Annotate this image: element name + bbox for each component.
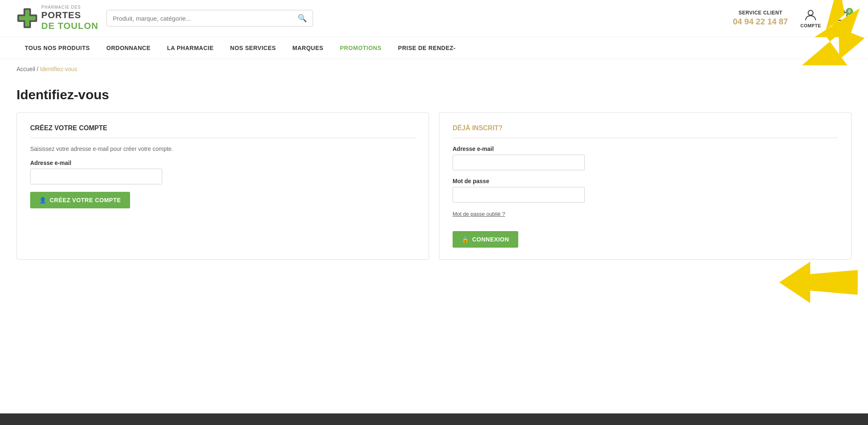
login-card: DÉJÀ INSCRIT? Adresse e-mail Mot de pass…	[439, 112, 851, 260]
search-bar[interactable]: 🔍	[107, 10, 313, 26]
breadcrumb: Accueil / Identifiez-vous	[0, 59, 868, 79]
svg-rect-8	[838, 13, 847, 20]
nav-nos-services[interactable]: NOS SERVICES	[222, 37, 284, 59]
logo[interactable]: PHARMACIE DES PORTES DE TOULON	[17, 5, 98, 32]
site-header: PHARMACIE DES PORTES DE TOULON 🔍 SERVICE…	[0, 0, 868, 37]
nav-la-pharmacie[interactable]: LA PHARMACIE	[159, 37, 222, 59]
create-card-desc: Saisissez votre adresse e-mail pour crée…	[30, 146, 415, 152]
logo-text: PHARMACIE DES PORTES DE TOULON	[41, 5, 98, 32]
panier-icon-area[interactable]: 0 PANIER	[833, 9, 851, 28]
login-email-label: Adresse e-mail	[453, 146, 838, 152]
svg-rect-6	[19, 16, 36, 20]
login-password-label: Mot de passe	[453, 178, 838, 184]
main-content: Identifiez-vous CRÉEZ VOTRE COMPTE Saisi…	[0, 79, 868, 284]
nav-prise-rdv[interactable]: PRISE DE RENDEZ-	[390, 37, 464, 59]
nav-tous-produits[interactable]: TOUS NOS PRODUITS	[17, 37, 98, 59]
lock-btn-icon: 🔒	[462, 236, 469, 243]
logo-cross-icon	[17, 7, 38, 29]
login-password-input[interactable]	[453, 187, 585, 203]
create-account-card: CRÉEZ VOTRE COMPTE Saisissez votre adres…	[17, 112, 429, 260]
login-email-input[interactable]	[453, 155, 585, 170]
login-card-divider	[453, 138, 838, 138]
login-card-title: DÉJÀ INSCRIT?	[453, 124, 838, 132]
nav-promotions[interactable]: PROMOTIONS	[332, 37, 390, 59]
search-icon: 🔍	[298, 14, 307, 23]
user-icon	[804, 9, 817, 22]
compte-icon-area[interactable]: COMPTE	[800, 9, 821, 28]
user-btn-icon: 👤	[39, 197, 47, 203]
svg-point-7	[808, 10, 813, 15]
service-client: SERVICE CLIENT 04 94 22 14 87	[733, 10, 788, 27]
create-email-input[interactable]	[30, 169, 162, 184]
forgot-password-link[interactable]: Mot de passe oublié ?	[453, 211, 505, 217]
nav-ordonnance[interactable]: ORDONNANCE	[98, 37, 159, 59]
main-nav: TOUS NOS PRODUITS ORDONNANCE LA PHARMACI…	[0, 37, 868, 59]
nav-marques[interactable]: MARQUES	[284, 37, 332, 59]
card-divider	[30, 138, 415, 138]
create-card-title: CRÉEZ VOTRE COMPTE	[30, 124, 415, 132]
login-button[interactable]: 🔒 CONNEXION	[453, 231, 518, 248]
header-right: SERVICE CLIENT 04 94 22 14 87 COMPTE 0 P…	[733, 9, 851, 28]
page-title: Identifiez-vous	[17, 87, 851, 103]
create-account-button[interactable]: 👤 CRÉEZ VOTRE COMPTE	[30, 192, 130, 208]
search-input[interactable]	[113, 15, 298, 22]
create-email-label: Adresse e-mail	[30, 160, 415, 166]
cards-row: CRÉEZ VOTRE COMPTE Saisissez votre adres…	[17, 112, 851, 260]
cart-badge: 0	[846, 8, 853, 15]
